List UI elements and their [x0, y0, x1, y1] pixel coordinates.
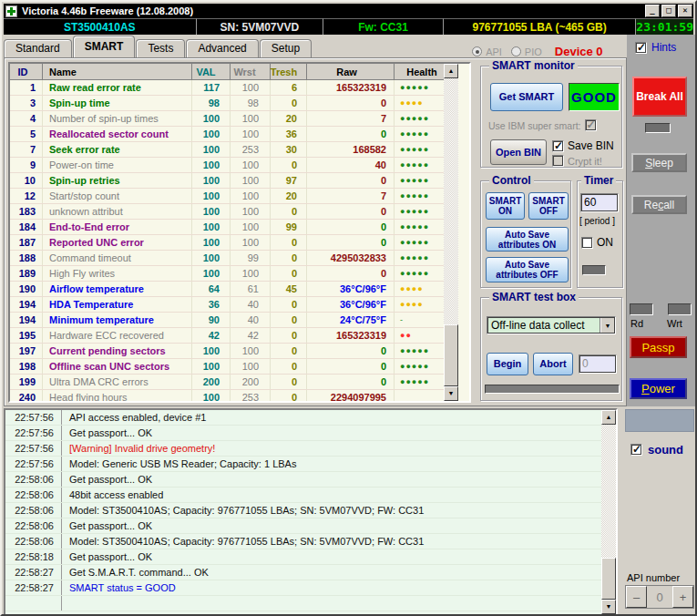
attr-id: 1	[10, 80, 43, 95]
attr-id: 7	[10, 142, 43, 157]
attr-tresh: 0	[271, 158, 307, 172]
attr-raw: 7	[307, 111, 395, 126]
abort-button[interactable]: Abort	[533, 353, 573, 375]
timer-on-checkbox[interactable]	[581, 237, 593, 249]
table-row[interactable]: 195Hardware ECC recovered42420165323319●…	[10, 328, 444, 344]
table-row[interactable]: 5Reallocated sector count100100360●●●●●	[10, 127, 444, 142]
table-row[interactable]: 12Start/stop count100100207●●●●●	[10, 189, 444, 204]
get-smart-button[interactable]: Get SMART	[490, 83, 563, 111]
attr-name: End-to-End error	[43, 220, 192, 234]
table-row[interactable]: 194Minimum temperature9040024°C/75°F-	[10, 313, 444, 328]
attr-val: 90	[192, 313, 231, 327]
smart-off-button[interactable]: SMART OFF	[528, 192, 569, 220]
attr-wrst: 253	[231, 142, 271, 157]
api-plus-button[interactable]: +	[672, 586, 693, 608]
open-bin-button[interactable]: Open BIN	[490, 139, 547, 165]
table-row[interactable]: 1Raw read error rate1171006165323319●●●●…	[10, 80, 444, 96]
attr-name: Airflow temperature	[43, 282, 192, 296]
tab-tests[interactable]: Tests	[136, 39, 185, 58]
attr-health: ●●●●●	[395, 111, 444, 126]
table-row[interactable]: 3Spin-up time989800●●●●	[10, 96, 444, 111]
attr-raw: 0	[307, 344, 395, 358]
table-row[interactable]: 190Airflow temperature64614536°C/96°F●●●…	[10, 282, 444, 297]
log-message: Get passport... OK	[62, 474, 152, 485]
log-message: Model: ST3500410AS; Capacity: 976771055 …	[62, 536, 424, 547]
log-entry: 22:58:27SMART status = GOOD	[5, 580, 601, 596]
minimize-button[interactable]: _	[645, 5, 660, 17]
table-row[interactable]: 187Reported UNC error10010000●●●●●	[10, 235, 444, 251]
sleep-button[interactable]: Sleep	[631, 153, 687, 172]
recall-button[interactable]: Recall	[631, 195, 687, 214]
maximize-button[interactable]: □	[661, 5, 676, 17]
timer-period-input[interactable]: 60	[580, 193, 619, 212]
smart-on-button[interactable]: SMART ON	[486, 192, 525, 220]
table-scrollbar[interactable]: ▲ ▼	[444, 64, 458, 401]
break-all-button[interactable]: Break All	[632, 77, 687, 117]
log-entry: 22:58:27Get S.M.A.R.T. command... OK	[5, 565, 601, 580]
pio-radio[interactable]	[511, 46, 521, 56]
tab-advanced[interactable]: Advanced	[186, 39, 258, 58]
ibm-smart-checkbox	[585, 119, 597, 131]
table-row[interactable]: 199Ultra DMA CRC errors20020000●●●●●	[10, 375, 444, 390]
log-entry: 22:57:56Get passport... OK	[5, 426, 601, 441]
col-header-name[interactable]: Name	[43, 64, 192, 80]
table-row[interactable]: 240Head flying hours10025302294097995	[10, 390, 444, 403]
attr-wrst: 100	[231, 80, 271, 95]
timer-on-label: ON	[597, 236, 613, 249]
table-row[interactable]: 7Seek error rate10025330168582●●●●●	[10, 142, 444, 158]
log-scrollbar-thumb[interactable]	[601, 558, 616, 600]
table-row[interactable]: 9Power-on time100100040●●●●●	[10, 158, 444, 173]
test-counter-input[interactable]: 0	[579, 354, 617, 374]
col-header-wrst[interactable]: Wrst	[231, 64, 271, 80]
passp-button[interactable]: Passp	[630, 336, 687, 358]
sound-checkbox[interactable]	[630, 444, 642, 456]
table-header: ID Name VAL Wrst Tresh Raw Health	[10, 64, 444, 80]
col-header-tresh[interactable]: Tresh	[271, 64, 307, 80]
log-entry: 22:58:06Model: ST3500410AS; Capacity: 97…	[5, 503, 601, 518]
test-select[interactable]: Off-line data collect ▼	[487, 316, 616, 334]
begin-button[interactable]: Begin	[487, 353, 528, 375]
col-header-raw[interactable]: Raw	[307, 64, 395, 80]
log-scrollbar[interactable]: ▲ ▼	[601, 410, 616, 614]
timer-group: Timer 60 [ period ] ON	[577, 180, 623, 288]
table-row[interactable]: 183unknown attribut10010000●●●●●	[10, 204, 444, 220]
tab-setup[interactable]: Setup	[260, 39, 312, 58]
log-scroll-up-icon[interactable]: ▲	[601, 410, 616, 425]
attr-val: 200	[192, 375, 231, 389]
table-row[interactable]: 188Command timeout1009904295032833●●●●●	[10, 251, 444, 266]
save-bin-checkbox[interactable]	[552, 140, 564, 152]
attr-val: 100	[192, 359, 231, 374]
autosave-on-button[interactable]: Auto Save attributes ON	[486, 227, 569, 252]
chevron-down-icon[interactable]: ▼	[600, 317, 615, 334]
scroll-up-icon[interactable]: ▲	[444, 64, 458, 78]
col-header-health[interactable]: Health	[395, 64, 444, 80]
ibm-smart-label: Use IBM super smart:	[488, 120, 581, 131]
api-minus-button[interactable]: –	[626, 586, 647, 608]
table-row[interactable]: 194HDA Temperature3640036°C/96°F●●●●	[10, 297, 444, 313]
table-row[interactable]: 4Number of spin-up times100100207●●●●●	[10, 111, 444, 127]
attr-raw: 0	[307, 266, 395, 281]
col-header-val[interactable]: VAL	[192, 64, 231, 80]
table-row[interactable]: 197Current pending sectors10010000●●●●●	[10, 344, 444, 359]
table-scrollbar-thumb[interactable]	[444, 324, 458, 386]
hints-label: Hints	[651, 41, 676, 54]
attr-wrst: 42	[231, 328, 271, 343]
api-number-stepper: – 0 +	[625, 585, 694, 609]
hints-checkbox[interactable]	[635, 42, 647, 54]
table-row[interactable]: 198Offline scan UNC sectors10010000●●●●●	[10, 359, 444, 375]
table-row[interactable]: 10Spin-up retries100100970●●●●●	[10, 173, 444, 189]
log-timestamp	[5, 596, 62, 611]
log-entry-empty	[5, 596, 601, 611]
tab-smart[interactable]: SMART	[73, 36, 136, 58]
close-button[interactable]: ✕	[678, 5, 692, 17]
table-row[interactable]: 189High Fly writes10010000●●●●●	[10, 266, 444, 282]
table-row[interactable]: 184End-to-End error100100990●●●●●	[10, 220, 444, 235]
power-button[interactable]: Power	[630, 378, 687, 399]
autosave-off-button[interactable]: Auto Save attributes OFF	[486, 257, 569, 282]
attr-raw: 0	[307, 204, 395, 219]
tab-standard[interactable]: Standard	[4, 39, 72, 58]
log-scroll-down-icon[interactable]: ▼	[601, 600, 616, 614]
api-radio[interactable]	[472, 46, 482, 56]
scroll-down-icon[interactable]: ▼	[444, 386, 458, 401]
col-header-id[interactable]: ID	[10, 64, 43, 80]
